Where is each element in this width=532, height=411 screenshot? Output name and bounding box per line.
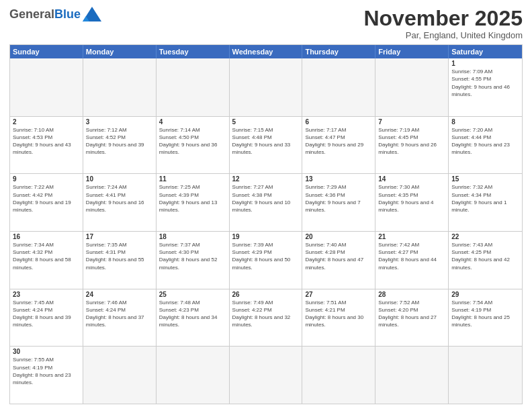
calendar-week-5: 30Sunrise: 7:55 AMSunset: 4:19 PMDayligh…	[10, 346, 522, 404]
day-info: Sunrise: 7:39 AMSunset: 4:29 PMDaylight:…	[232, 241, 300, 271]
day-info: Sunrise: 7:09 AMSunset: 4:55 PMDaylight:…	[451, 68, 519, 98]
calendar-cell: 6Sunrise: 7:17 AMSunset: 4:47 PMDaylight…	[302, 117, 375, 174]
day-number: 10	[86, 175, 153, 183]
day-number: 3	[86, 118, 153, 126]
calendar-header: SundayMondayTuesdayWednesdayThursdayFrid…	[10, 45, 522, 58]
day-number: 16	[13, 233, 80, 240]
day-number: 4	[159, 118, 226, 126]
calendar-cell	[302, 347, 375, 404]
header-day-friday: Friday	[375, 45, 449, 58]
calendar-cell: 24Sunrise: 7:46 AMSunset: 4:24 PMDayligh…	[83, 289, 157, 347]
day-number: 6	[305, 118, 372, 126]
calendar-cell: 20Sunrise: 7:40 AMSunset: 4:28 PMDayligh…	[302, 232, 375, 289]
day-info: Sunrise: 7:19 AMSunset: 4:45 PMDaylight:…	[378, 126, 445, 156]
calendar: SundayMondayTuesdayWednesdayThursdayFrid…	[9, 44, 523, 404]
day-info: Sunrise: 7:43 AMSunset: 4:25 PMDaylight:…	[451, 241, 519, 271]
calendar-cell	[230, 58, 303, 116]
day-info: Sunrise: 7:17 AMSunset: 4:47 PMDaylight:…	[305, 126, 372, 156]
day-info: Sunrise: 7:37 AMSunset: 4:30 PMDaylight:…	[159, 241, 226, 271]
main-title: November 2025	[363, 7, 523, 30]
header-day-thursday: Thursday	[302, 45, 375, 58]
day-number: 25	[159, 291, 226, 298]
day-info: Sunrise: 7:27 AMSunset: 4:38 PMDaylight:…	[232, 183, 300, 214]
day-info: Sunrise: 7:45 AMSunset: 4:24 PMDaylight:…	[13, 299, 80, 329]
calendar-cell: 26Sunrise: 7:49 AMSunset: 4:22 PMDayligh…	[230, 289, 303, 347]
calendar-cell: 14Sunrise: 7:30 AMSunset: 4:35 PMDayligh…	[375, 174, 449, 231]
day-number: 1	[451, 60, 519, 67]
day-info: Sunrise: 7:40 AMSunset: 4:28 PMDaylight:…	[305, 241, 372, 271]
day-info: Sunrise: 7:32 AMSunset: 4:34 PMDaylight:…	[451, 183, 519, 214]
day-number: 23	[13, 291, 80, 298]
day-number: 21	[378, 233, 445, 240]
calendar-cell: 13Sunrise: 7:29 AMSunset: 4:36 PMDayligh…	[302, 174, 375, 231]
day-info: Sunrise: 7:14 AMSunset: 4:50 PMDaylight:…	[159, 126, 226, 156]
day-number: 13	[305, 175, 372, 183]
calendar-cell	[10, 58, 83, 116]
calendar-cell: 5Sunrise: 7:15 AMSunset: 4:48 PMDaylight…	[230, 117, 303, 174]
day-number: 18	[159, 233, 226, 240]
day-info: Sunrise: 7:29 AMSunset: 4:36 PMDaylight:…	[305, 183, 372, 214]
day-number: 5	[232, 118, 300, 126]
day-number: 30	[13, 348, 80, 355]
logo: General Blue	[9, 7, 101, 21]
day-info: Sunrise: 7:49 AMSunset: 4:22 PMDaylight:…	[232, 299, 300, 329]
day-number: 8	[451, 118, 519, 126]
calendar-cell: 2Sunrise: 7:10 AMSunset: 4:53 PMDaylight…	[10, 117, 83, 174]
day-number: 15	[451, 175, 519, 183]
day-info: Sunrise: 7:20 AMSunset: 4:44 PMDaylight:…	[451, 126, 519, 156]
day-info: Sunrise: 7:22 AMSunset: 4:42 PMDaylight:…	[13, 183, 80, 214]
title-block: November 2025 Par, England, United Kingd…	[363, 7, 523, 40]
day-info: Sunrise: 7:42 AMSunset: 4:27 PMDaylight:…	[378, 241, 445, 271]
calendar-cell: 15Sunrise: 7:32 AMSunset: 4:34 PMDayligh…	[449, 174, 522, 231]
header-day-tuesday: Tuesday	[157, 45, 230, 58]
calendar-body: 1Sunrise: 7:09 AMSunset: 4:55 PMDaylight…	[10, 58, 522, 404]
day-number: 11	[159, 175, 226, 183]
day-number: 14	[378, 175, 445, 183]
calendar-cell: 18Sunrise: 7:37 AMSunset: 4:30 PMDayligh…	[157, 232, 230, 289]
calendar-cell: 23Sunrise: 7:45 AMSunset: 4:24 PMDayligh…	[10, 289, 83, 347]
day-info: Sunrise: 7:54 AMSunset: 4:19 PMDaylight:…	[451, 299, 519, 329]
calendar-cell	[375, 58, 449, 116]
day-info: Sunrise: 7:46 AMSunset: 4:24 PMDaylight:…	[86, 299, 153, 329]
logo-blue: Blue	[54, 7, 81, 21]
day-info: Sunrise: 7:12 AMSunset: 4:52 PMDaylight:…	[86, 126, 153, 156]
calendar-cell: 7Sunrise: 7:19 AMSunset: 4:45 PMDaylight…	[375, 117, 449, 174]
day-info: Sunrise: 7:35 AMSunset: 4:31 PMDaylight:…	[86, 241, 153, 271]
day-info: Sunrise: 7:55 AMSunset: 4:19 PMDaylight:…	[13, 356, 80, 386]
day-info: Sunrise: 7:52 AMSunset: 4:20 PMDaylight:…	[378, 299, 445, 329]
calendar-cell: 16Sunrise: 7:34 AMSunset: 4:32 PMDayligh…	[10, 232, 83, 289]
header-day-sunday: Sunday	[10, 45, 83, 58]
calendar-cell: 10Sunrise: 7:24 AMSunset: 4:41 PMDayligh…	[83, 174, 157, 231]
page: General Blue November 2025 Par, England,…	[0, 0, 532, 411]
calendar-week-2: 9Sunrise: 7:22 AMSunset: 4:42 PMDaylight…	[10, 173, 522, 231]
day-number: 28	[378, 291, 445, 298]
header-day-monday: Monday	[83, 45, 157, 58]
calendar-cell: 4Sunrise: 7:14 AMSunset: 4:50 PMDaylight…	[157, 117, 230, 174]
calendar-cell: 9Sunrise: 7:22 AMSunset: 4:42 PMDaylight…	[10, 174, 83, 231]
day-info: Sunrise: 7:25 AMSunset: 4:39 PMDaylight:…	[159, 183, 226, 214]
calendar-cell	[157, 58, 230, 116]
calendar-cell	[157, 347, 230, 404]
day-info: Sunrise: 7:15 AMSunset: 4:48 PMDaylight:…	[232, 126, 300, 156]
day-info: Sunrise: 7:24 AMSunset: 4:41 PMDaylight:…	[86, 183, 153, 214]
calendar-cell: 25Sunrise: 7:48 AMSunset: 4:23 PMDayligh…	[157, 289, 230, 347]
calendar-cell: 21Sunrise: 7:42 AMSunset: 4:27 PMDayligh…	[375, 232, 449, 289]
calendar-cell	[375, 347, 449, 404]
day-info: Sunrise: 7:30 AMSunset: 4:35 PMDaylight:…	[378, 183, 445, 214]
day-number: 22	[451, 233, 519, 240]
calendar-cell: 22Sunrise: 7:43 AMSunset: 4:25 PMDayligh…	[449, 232, 522, 289]
calendar-cell: 27Sunrise: 7:51 AMSunset: 4:21 PMDayligh…	[302, 289, 375, 347]
day-number: 27	[305, 291, 372, 298]
day-number: 24	[86, 291, 153, 298]
day-info: Sunrise: 7:51 AMSunset: 4:21 PMDaylight:…	[305, 299, 372, 329]
day-info: Sunrise: 7:10 AMSunset: 4:53 PMDaylight:…	[13, 126, 80, 156]
calendar-cell: 28Sunrise: 7:52 AMSunset: 4:20 PMDayligh…	[375, 289, 449, 347]
calendar-cell	[230, 347, 303, 404]
day-number: 12	[232, 175, 300, 183]
subtitle: Par, England, United Kingdom	[363, 30, 523, 40]
calendar-cell: 29Sunrise: 7:54 AMSunset: 4:19 PMDayligh…	[449, 289, 522, 347]
calendar-cell: 8Sunrise: 7:20 AMSunset: 4:44 PMDaylight…	[449, 117, 522, 174]
calendar-week-4: 23Sunrise: 7:45 AMSunset: 4:24 PMDayligh…	[10, 289, 522, 347]
logo-general: General	[9, 7, 54, 21]
day-info: Sunrise: 7:48 AMSunset: 4:23 PMDaylight:…	[159, 299, 226, 329]
